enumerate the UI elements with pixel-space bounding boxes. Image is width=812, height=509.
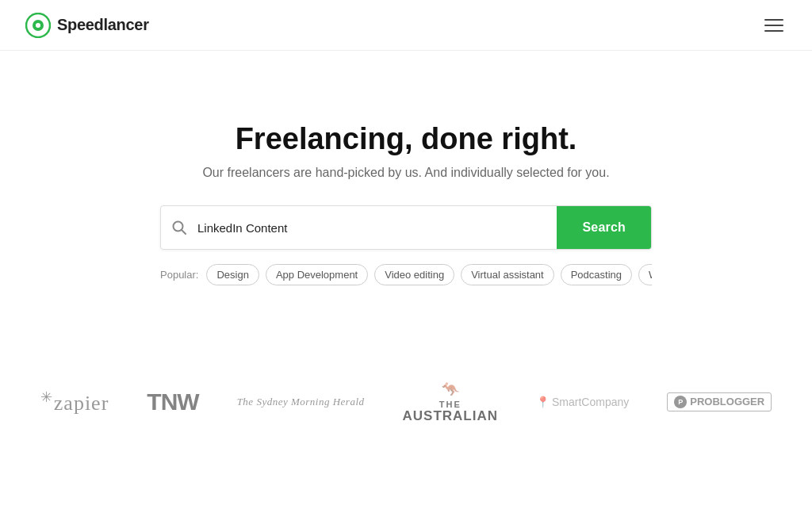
problogger-text: PROBLOGGER [690,396,764,408]
search-button[interactable]: Search [557,206,651,249]
hero-subtitle: Our freelancers are hand-picked by us. A… [202,166,609,180]
tag-video-editing[interactable]: Video editing [374,264,454,285]
smh-logo-text: The Sydney Morning Herald [237,396,365,408]
australian-icon: 🦘 [442,381,459,398]
svg-line-4 [182,230,186,234]
hero-title: Freelancing, done right. [236,122,577,156]
smartcompany-text: SmartCompany [552,396,629,408]
tag-app-development[interactable]: App Development [266,264,368,285]
australian-name: AUSTRALIAN [403,409,499,423]
popular-tags-row: Popular: Design App Development Video ed… [160,264,652,285]
tnw-logo-text: TNW [147,388,198,415]
smartcompany-logo: 📍 SmartCompany [536,396,629,408]
tnw-logo: TNW [147,388,198,415]
tag-virtual-assistant[interactable]: Virtual assistant [461,264,554,285]
svg-point-2 [36,23,40,28]
site-header: Speedlancer [0,0,812,51]
zapier-logo: ✳zapier [40,388,109,415]
search-bar: Search [160,205,652,250]
tag-design[interactable]: Design [206,264,259,285]
tag-wordpress[interactable]: Wordpress [638,264,652,285]
problogger-logo: P PROBLOGGER [667,392,772,411]
hamburger-line-1 [764,19,783,21]
zapier-logo-text: ✳zapier [40,388,109,415]
hamburger-line-2 [764,25,783,26]
smh-logo: The Sydney Morning Herald [237,396,365,408]
logo-text: Speedlancer [57,16,149,34]
hero-section: Freelancing, done right. Our freelancers… [0,51,812,333]
popular-label: Popular: [160,269,198,281]
hamburger-line-3 [764,30,783,32]
tag-podcasting[interactable]: Podcasting [561,264,632,285]
menu-button[interactable] [761,16,787,35]
australian-logo: 🦘 THE AUSTRALIAN [403,381,499,423]
brand-logos-section: ✳zapier TNW The Sydney Morning Herald 🦘 … [0,349,812,448]
smartcompany-pin-icon: 📍 [536,396,550,408]
problogger-circle-icon: P [674,396,687,408]
search-icon-wrap [161,220,197,235]
search-input[interactable] [197,210,557,246]
logo-area[interactable]: Speedlancer [25,13,149,38]
search-icon [172,220,186,235]
speedlancer-logo-icon [25,13,51,38]
